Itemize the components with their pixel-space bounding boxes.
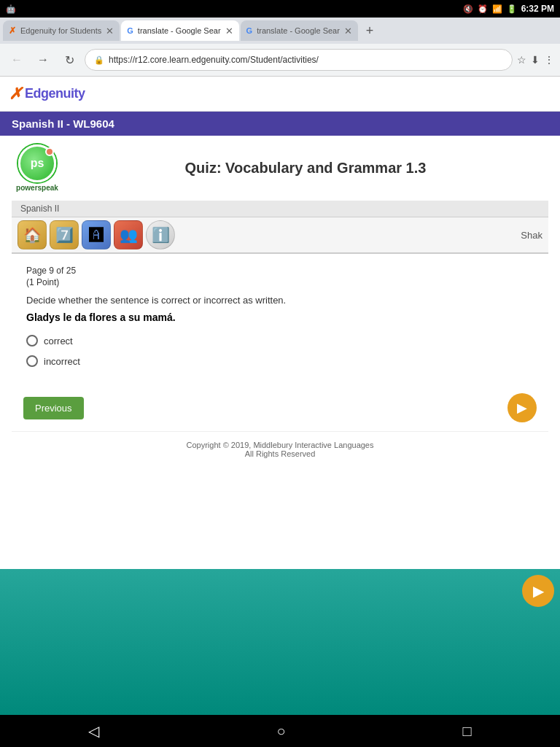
answer-option-correct[interactable]: correct — [26, 335, 534, 347]
tab2-favicon: G — [127, 26, 133, 35]
secure-icon: 🔒 — [94, 55, 104, 65]
url-bar[interactable]: 🔒 https://r12.core.learn.edgenuity.com/S… — [85, 49, 513, 71]
info-toolbar-btn[interactable]: ℹ️ — [146, 220, 175, 249]
previous-button[interactable]: Previous — [23, 397, 84, 419]
grade-toolbar-btn[interactable]: 🅰 — [82, 220, 111, 249]
course-title: Spanish II - WL9604 — [12, 117, 114, 130]
status-icons-left: 🤖 — [6, 4, 16, 14]
answer-option-incorrect[interactable]: incorrect — [26, 355, 534, 367]
status-bar: 🤖 🔇 ⏰ 📶 🔋 6:32 PM — [0, 0, 560, 18]
edgenuity-header: ✗ Edgenuity — [0, 77, 560, 112]
shake-label: Shak — [521, 230, 542, 241]
nav-buttons: Previous ▶ — [12, 387, 548, 428]
tabs-bar: ✗ Edgenuity for Students ✕ G translate -… — [0, 18, 560, 44]
bottom-circle-btn[interactable]: ▶ — [522, 575, 554, 607]
next-button[interactable]: ▶ — [508, 393, 537, 422]
mute-icon: 🔇 — [463, 4, 473, 14]
android-icon: 🤖 — [6, 4, 16, 14]
tab3-close[interactable]: ✕ — [344, 26, 352, 36]
spanish-tab[interactable]: Spanish II — [12, 201, 548, 217]
quiz-title: Quiz: Vocabulary and Grammar 1.3 — [63, 160, 548, 177]
powerspeak-label: powerspeak — [12, 184, 63, 192]
radio-incorrect[interactable] — [26, 355, 38, 367]
quiz-toolbar: 🏠 7️⃣ 🅰 👥 ℹ️ Shak — [12, 217, 548, 254]
download-icon[interactable]: ⬇ — [531, 54, 540, 66]
menu-icon[interactable]: ⋮ — [544, 54, 554, 66]
android-recent-button[interactable]: □ — [462, 723, 471, 740]
tab1-close[interactable]: ✕ — [106, 26, 114, 36]
address-bar: ← → ↻ 🔒 https://r12.core.learn.edgenuity… — [0, 44, 560, 76]
url-text: https://r12.core.learn.edgenuity.com/Stu… — [109, 55, 503, 65]
copyright-line1: Copyright © 2019, Middlebury Interactive… — [20, 441, 540, 449]
refresh-button[interactable]: ↻ — [58, 49, 80, 71]
forward-button[interactable]: → — [32, 49, 54, 71]
tab1-favicon: ✗ — [9, 26, 16, 36]
new-tab-button[interactable]: + — [359, 20, 380, 41]
browser-chrome: ✗ Edgenuity for Students ✕ G translate -… — [0, 18, 560, 77]
quiz-sentence: Gladys le da flores a su mamá. — [26, 311, 534, 323]
android-nav: ◁ ○ □ — [0, 715, 560, 747]
powerspeak-container: ps powerspeak Quiz: Vocabulary and Gramm… — [0, 136, 560, 476]
copyright-line2: All Rights Reserved — [20, 449, 540, 458]
people-toolbar-btn[interactable]: 👥 — [114, 220, 143, 249]
spanish-tab-label: Spanish II — [20, 204, 59, 214]
edgenuity-logo: ✗ Edgenuity — [9, 85, 85, 104]
logo-x-icon: ✗ — [9, 85, 22, 104]
ps-logo-dot — [45, 147, 54, 156]
point-info: (1 Point) — [26, 277, 534, 287]
android-back-button[interactable]: ◁ — [88, 722, 99, 740]
status-time: 6:32 PM — [521, 4, 554, 14]
quiz-content: Page 9 of 25 (1 Point) Decide whether th… — [12, 254, 548, 387]
option-correct-label: correct — [44, 336, 73, 347]
tab-edgenuity[interactable]: ✗ Edgenuity for Students ✕ — [3, 20, 120, 41]
question-text: Decide whether the sentence is correct o… — [26, 295, 534, 306]
tab3-label: translate - Google Sear — [257, 26, 340, 35]
radio-correct[interactable] — [26, 335, 38, 347]
powerspeak-logo: ps powerspeak — [12, 144, 63, 192]
tab2-close[interactable]: ✕ — [225, 26, 233, 36]
bottom-teal-area: ▶ — [0, 569, 560, 715]
home-toolbar-btn[interactable]: 🏠 — [18, 220, 47, 249]
back-button[interactable]: ← — [6, 49, 28, 71]
wifi-icon: 📶 — [492, 4, 502, 14]
tab3-favicon: G — [246, 26, 253, 35]
logo-text: Edgenuity — [25, 86, 85, 101]
bookmark-icon[interactable]: ☆ — [517, 54, 526, 66]
tab-translate-2[interactable]: G translate - Google Sear ✕ — [241, 20, 358, 41]
tab2-label: translate - Google Sear — [138, 26, 221, 35]
android-home-button[interactable]: ○ — [276, 723, 285, 740]
progress-toolbar-btn[interactable]: 7️⃣ — [50, 220, 79, 249]
quiz-header: ps powerspeak Quiz: Vocabulary and Gramm… — [12, 144, 548, 192]
tab1-label: Edgenuity for Students — [20, 26, 101, 35]
alarm-icon: ⏰ — [478, 4, 488, 14]
course-banner: Spanish II - WL9604 — [0, 112, 560, 136]
battery-icon: 🔋 — [507, 4, 517, 14]
page-info: Page 9 of 25 — [26, 266, 534, 276]
tab-translate-1[interactable]: G translate - Google Sear ✕ — [121, 20, 238, 41]
copyright: Copyright © 2019, Middlebury Interactive… — [12, 431, 548, 467]
option-incorrect-label: incorrect — [44, 356, 80, 367]
